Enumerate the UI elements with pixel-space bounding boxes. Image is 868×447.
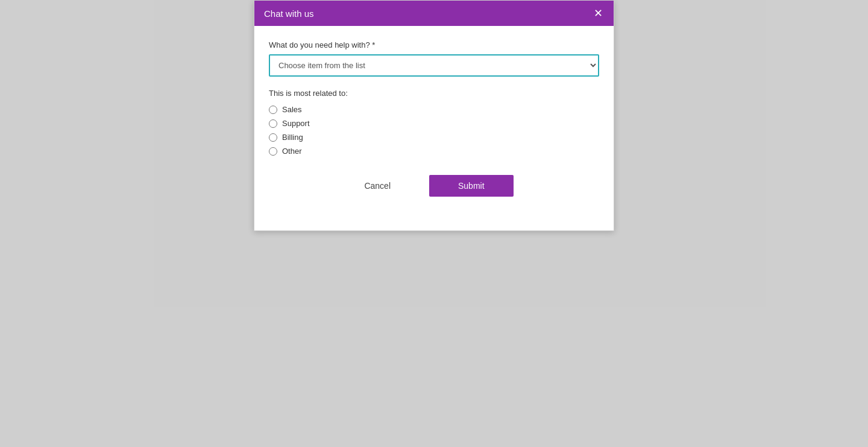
radio-item-sales[interactable]: Sales bbox=[269, 105, 599, 114]
modal-dialog: Chat with us ✕ What do you need help wit… bbox=[254, 0, 614, 231]
radio-item-support[interactable]: Support bbox=[269, 119, 599, 128]
help-field-label: What do you need help with? * bbox=[269, 40, 599, 49]
modal-overlay: Chat with us ✕ What do you need help wit… bbox=[0, 0, 868, 447]
radio-support-label: Support bbox=[282, 119, 310, 128]
radio-group: Sales Support Billing Other bbox=[269, 105, 599, 156]
radio-sales-label: Sales bbox=[282, 105, 302, 114]
radio-other-label: Other bbox=[282, 147, 302, 156]
cancel-button[interactable]: Cancel bbox=[354, 176, 400, 195]
modal-close-button[interactable]: ✕ bbox=[593, 8, 604, 19]
related-label: This is most related to: bbox=[269, 89, 599, 98]
radio-sales-input[interactable] bbox=[269, 106, 277, 114]
submit-button[interactable]: Submit bbox=[429, 175, 514, 197]
radio-support-input[interactable] bbox=[269, 119, 277, 128]
radio-item-billing[interactable]: Billing bbox=[269, 133, 599, 142]
modal-footer: Cancel Submit bbox=[269, 175, 599, 211]
modal-header: Chat with us ✕ bbox=[254, 1, 614, 26]
radio-other-input[interactable] bbox=[269, 147, 277, 156]
radio-billing-input[interactable] bbox=[269, 133, 277, 142]
modal-body: What do you need help with? * Choose ite… bbox=[254, 26, 614, 230]
help-select[interactable]: Choose item from the list bbox=[269, 54, 599, 77]
modal-title: Chat with us bbox=[264, 8, 314, 19]
radio-billing-label: Billing bbox=[282, 133, 303, 142]
radio-item-other[interactable]: Other bbox=[269, 147, 599, 156]
